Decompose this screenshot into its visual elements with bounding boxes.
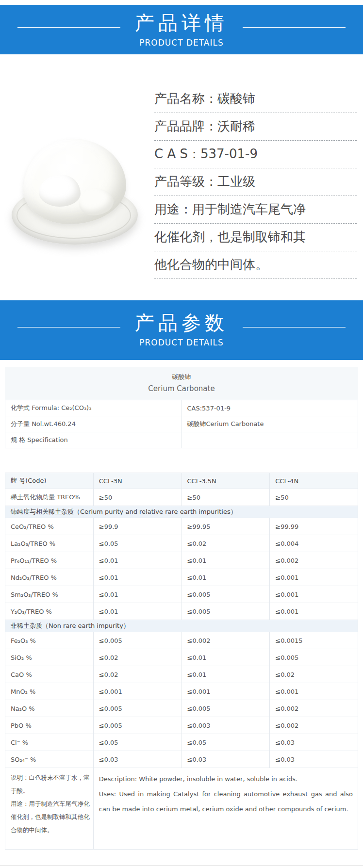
spec-row-pr6o11: Pr₆O₁₁/TREO % ≤0.01 ≤0.01 ≤0.002: [5, 552, 358, 569]
spec-value: ≤0.005: [182, 586, 270, 603]
spec-value: ≥50: [182, 489, 270, 506]
spec-value: ≤0.03: [270, 734, 358, 751]
spec-value: ≤0.01: [93, 586, 182, 603]
spec-header-ccl4n: CCL-4N: [270, 473, 358, 489]
spec-value: ≤0.005: [93, 632, 182, 649]
formula-cell-right: 碳酸铈Cerium Carbonate: [182, 416, 358, 432]
spec-value: ≤0.01: [182, 569, 270, 586]
product-overview-section: 产品名称：碳酸铈 产品品牌：沃耐稀 C A S：537-01-9 产品等级：工业…: [0, 54, 363, 300]
spec-value: ≤0.002: [270, 552, 358, 569]
spec-note-cn-cell: 说明：白色粉末不溶于水，溶 于酸。 用途：用于制造汽车尾气净化 催化剂，也是制取…: [5, 768, 94, 850]
spec-value: ≤0.02: [270, 666, 358, 683]
spec-value: ≤0.005: [270, 649, 358, 666]
spec-row-ceo2: CeO₂/TREO % ≥99.9 ≥99.95 ≥99.99: [5, 518, 358, 535]
product-photo: [11, 116, 141, 246]
formula-table: 化学式 Formula: Ce₂(CO₃)₃ CAS:537-01-9 分子量 …: [5, 400, 358, 448]
spec-section-label: 非稀土杂质（Non rare earth impurity）: [5, 620, 358, 632]
spec-value: ≥50: [270, 489, 358, 506]
banner-divider-right: [243, 27, 346, 28]
formula-cell-left: 化学式 Formula: Ce₂(CO₃)₃: [5, 400, 182, 416]
spec-label: PbO %: [5, 717, 94, 734]
spec-label: Fe₂O₃ %: [5, 632, 94, 649]
spec-value: ≤0.01: [182, 649, 270, 666]
spec-header-label: 牌 号(Code): [5, 473, 94, 489]
spec-row-nd2o3: Nd₂O₃/TREO % ≤0.01 ≤0.01 ≤0.001: [5, 569, 358, 586]
spec-description-row: 说明：白色粉末不溶于水，溶 于酸。 用途：用于制造汽车尾气净化 催化剂，也是制取…: [5, 768, 358, 850]
spec-value: ≤0.003: [182, 717, 270, 734]
formula-cell-right: [182, 432, 358, 448]
spec-value: ≤0.005: [93, 717, 182, 734]
spec-value: ≤0.002: [270, 717, 358, 734]
spec-value: ≤0.001: [270, 603, 358, 620]
formula-row: 化学式 Formula: Ce₂(CO₃)₃ CAS:537-01-9: [5, 400, 358, 416]
banner-divider-left: [17, 27, 120, 28]
spec-value: ≤0.005: [182, 700, 270, 717]
spec-label: Na₂O %: [5, 700, 94, 717]
powder-lump: [39, 175, 81, 207]
spec-row-cl: Cl⁻ % ≤0.05 ≤0.05 ≤0.03: [5, 734, 358, 751]
spec-value: ≤0.001: [182, 683, 270, 700]
spec-value: ≤0.005: [93, 700, 182, 717]
formula-cell-left: 规 格 Specification: [5, 432, 182, 448]
spec-section-cerium-purity: 铈纯度与相关稀土杂质（Cerium purity and relative ra…: [5, 506, 358, 518]
product-name-line: 产品名称：碳酸铈: [154, 85, 357, 113]
spec-value: ≤0.05: [93, 535, 182, 552]
spec-value: ≤0.001: [93, 683, 182, 700]
spec-description-cell: Description: White powder, insoluble in …: [93, 768, 358, 850]
spec-value: ≤0.03: [270, 751, 358, 768]
product-usage-line-2: 化催化剂，也是制取铈和其: [154, 224, 357, 251]
banner-title: 产品详情: [135, 12, 228, 33]
spec-row-so4: SO₂₄⁻ % ≤0.03 ≤0.03 ≤0.03: [5, 751, 358, 768]
spec-title-panel: 碳酸铈 Cerium Carbonate: [5, 367, 358, 400]
product-usage-line-1: 用途：用于制造汽车尾气净: [154, 196, 357, 224]
spec-label: MnO₂ %: [5, 683, 94, 700]
product-usage-line-3: 他化合物的中间体。: [154, 251, 357, 279]
spec-value: ≤0.001: [270, 586, 358, 603]
spec-label: CaO %: [5, 666, 94, 683]
spec-value: ≤0.0015: [270, 632, 358, 649]
spec-label: CeO₂/TREO %: [5, 518, 94, 535]
spec-value: ≥50: [93, 489, 182, 506]
spec-header-ccl3n: CCL-3N: [93, 473, 182, 489]
spec-value: ≤0.005: [182, 603, 270, 620]
spec-value: ≤0.01: [93, 569, 182, 586]
spec-value: ≤0.02: [182, 535, 270, 552]
spec-row-pbo: PbO % ≤0.005 ≤0.003 ≤0.002: [5, 717, 358, 734]
spec-value: ≤0.05: [93, 734, 182, 751]
formula-cell-left: 分子量 Nol.wt.460.24: [5, 416, 182, 432]
spec-value: ≤0.004: [270, 535, 358, 552]
banner-divider-right: [243, 327, 346, 328]
product-grade-line: 产品等级：工业级: [154, 168, 357, 196]
spec-label: La₂O₃/TREO %: [5, 535, 94, 552]
spec-value: ≤0.03: [182, 751, 270, 768]
formula-row: 分子量 Nol.wt.460.24 碳酸铈Cerium Carbonate: [5, 416, 358, 432]
spec-label: Sm₂O₃/TREO %: [5, 586, 94, 603]
spec-label: Pr₆O₁₁/TREO %: [5, 552, 94, 569]
spec-value: ≤0.01: [182, 552, 270, 569]
spec-value: ≥99.95: [182, 518, 270, 535]
spec-label: 稀土氧化物总量 TREO%: [5, 489, 94, 506]
spec-table: 牌 号(Code) CCL-3N CCL-3.5N CCL-4N 稀土氧化物总量…: [5, 473, 358, 850]
spec-section-label: 铈纯度与相关稀土杂质（Cerium purity and relative ra…: [5, 506, 358, 518]
spec-value: ≤0.01: [93, 603, 182, 620]
spec-row-sm2o3: Sm₂O₃/TREO % ≤0.01 ≤0.005 ≤0.001: [5, 586, 358, 603]
spec-title-en: Cerium Carbonate: [5, 384, 358, 393]
spec-row-cao: CaO % ≤0.02 ≤0.01 ≤0.02: [5, 666, 358, 683]
spec-value: ≤0.01: [93, 552, 182, 569]
description-en: Description: White powder, insoluble in …: [99, 771, 355, 786]
spec-section-non-rare-earth: 非稀土杂质（Non rare earth impurity）: [5, 620, 358, 632]
product-cas-line: C A S：537-01-9: [154, 141, 357, 168]
spec-label: Cl⁻ %: [5, 734, 94, 751]
spec-header-row: 牌 号(Code) CCL-3N CCL-3.5N CCL-4N: [5, 473, 358, 489]
spec-value: ≥99.99: [270, 518, 358, 535]
spec-title-cn: 碳酸铈: [5, 373, 358, 381]
spec-value: ≤0.01: [182, 666, 270, 683]
spec-label: SiO₂ %: [5, 649, 94, 666]
product-info-list: 产品名称：碳酸铈 产品品牌：沃耐稀 C A S：537-01-9 产品等级：工业…: [154, 85, 357, 279]
spec-row-y2o3: Y₂O₃/TREO % ≤0.01 ≤0.005 ≤0.001: [5, 603, 358, 620]
banner-title: 产品参数: [135, 312, 228, 333]
spec-label: Nd₂O₃/TREO %: [5, 569, 94, 586]
spec-value: ≤0.05: [182, 734, 270, 751]
banner-subtitle: PRODUCT DETAILS: [0, 338, 363, 347]
spec-value: ≤0.02: [93, 649, 182, 666]
